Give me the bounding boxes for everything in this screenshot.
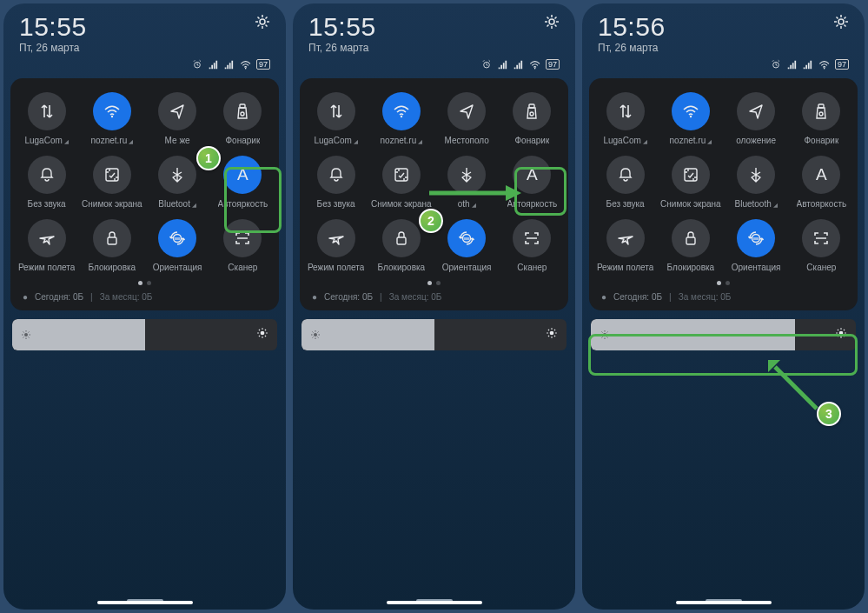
wifi-icon[interactable] [93,92,131,130]
lock-icon[interactable] [382,219,421,257]
tile-label: noznet.ru◢ [91,136,134,145]
tile-label: Снимок экрана [371,199,432,209]
bluetooth-icon[interactable] [158,156,196,194]
flashlight-icon[interactable] [802,92,840,130]
home-indicator[interactable] [387,601,482,604]
usage-today: Сегодня: 0Б [613,292,662,302]
pager-dot[interactable] [147,281,151,285]
data-usage-row[interactable]: ● Сегодня: 0Б | За месяц: 0Б [303,287,565,303]
qs-tile[interactable]: Снимок экрана [368,152,434,212]
lock-icon[interactable] [672,219,710,257]
flashlight-icon[interactable] [513,92,551,130]
data-icon[interactable] [317,92,355,130]
screenshot-icon[interactable] [672,156,710,194]
qs-tile[interactable]: Сканер [210,216,275,276]
home-indicator[interactable] [676,601,772,604]
tile-label: Снимок экрана [82,199,142,209]
data-icon[interactable] [606,92,645,130]
airplane-icon[interactable] [28,219,66,257]
home-indicator[interactable] [97,601,193,604]
signal-icon [497,59,507,70]
qs-tile[interactable]: AАвтояркость [210,152,275,212]
brightness-slider[interactable] [12,319,277,350]
mute-icon[interactable] [28,156,66,194]
scanner-icon[interactable] [513,219,551,257]
tile-label: Сканер [806,263,836,272]
qs-tile[interactable]: Ориентация [145,216,210,276]
qs-tile[interactable]: Ориентация [724,216,789,276]
settings-gear-icon[interactable] [833,14,849,33]
qs-tile[interactable]: AАвтояркость [500,152,565,212]
qs-tile[interactable]: oth◢ [434,152,500,212]
location-icon[interactable] [737,92,775,130]
data-icon[interactable] [28,92,66,130]
qs-tile[interactable]: LugaCom◢ [303,89,368,149]
qs-tile[interactable]: AАвтояркость [789,152,854,212]
qs-tile[interactable]: Режим полета [303,216,368,276]
qs-tile[interactable]: Сканер [500,216,565,276]
qs-tile[interactable]: Блокировка [79,216,144,276]
auto-brightness-icon[interactable]: A [223,156,262,194]
data-usage-row[interactable]: ● Сегодня: 0Б | За месяц: 0Б [14,287,275,303]
qs-tile[interactable]: Блокировка [368,216,434,276]
qs-tile[interactable]: Ме же [145,89,210,149]
wifi-icon[interactable] [672,92,710,130]
location-icon[interactable] [158,92,196,130]
settings-gear-icon[interactable] [255,14,270,33]
qs-tile[interactable]: Фонарик [789,89,854,149]
settings-gear-icon[interactable] [544,14,560,33]
qs-tile[interactable]: оложение [724,89,789,149]
location-icon[interactable] [447,92,486,130]
qs-tile[interactable]: Сканер [789,216,854,276]
airplane-icon[interactable] [606,219,645,257]
pager-dots [303,281,565,285]
qs-tile[interactable]: noznet.ru◢ [79,89,144,149]
qs-tile[interactable]: Блокировка [658,216,723,276]
quick-settings-panel: LugaCom◢noznet.ru◢Ме жеФонарикБез звукаС… [10,78,279,310]
tile-label: Блокировка [667,263,715,272]
brightness-slider[interactable] [591,319,856,350]
auto-brightness-icon[interactable]: A [513,156,551,194]
qs-tile[interactable]: noznet.ru◢ [368,89,434,149]
qs-tile[interactable]: Bluetoot◢ [145,152,210,212]
bluetooth-icon[interactable] [447,156,486,194]
qs-tile[interactable]: Снимок экрана [79,152,144,212]
wifi-icon[interactable] [382,92,421,130]
lock-icon[interactable] [93,219,131,257]
qs-tile[interactable]: Без звука [593,152,658,212]
qs-tile[interactable]: Ориентация [434,216,500,276]
qs-tile[interactable]: Местополо [434,89,500,149]
qs-tile[interactable]: Снимок экрана [658,152,723,212]
qs-tile[interactable]: Режим полета [593,216,658,276]
tile-label: Режим полета [597,263,653,272]
bluetooth-icon[interactable] [737,156,775,194]
pager-dot[interactable] [717,281,721,285]
mute-icon[interactable] [606,156,645,194]
mute-icon[interactable] [317,156,355,194]
qs-tile[interactable]: Режим полета [14,216,79,276]
flashlight-icon[interactable] [223,92,262,130]
qs-tile[interactable]: LugaCom◢ [14,89,79,149]
auto-brightness-icon[interactable]: A [802,156,840,194]
qs-tile[interactable]: Без звука [14,152,79,212]
qs-tile[interactable]: Фонарик [210,89,275,149]
brightness-slider[interactable] [301,319,567,350]
qs-tile[interactable]: Bluetooth◢ [724,152,789,212]
pager-dot[interactable] [138,281,142,285]
data-usage-row[interactable]: ● Сегодня: 0Б | За месяц: 0Б [593,287,854,303]
qs-tile[interactable]: Фонарик [500,89,565,149]
screenshot-icon[interactable] [93,156,131,194]
screenshot-icon[interactable] [382,156,421,194]
qs-tile[interactable]: Без звука [303,152,368,212]
qs-tile[interactable]: noznet.ru◢ [658,89,723,149]
rotation-lock-icon[interactable] [447,219,486,257]
rotation-lock-icon[interactable] [158,219,196,257]
scanner-icon[interactable] [223,219,262,257]
pager-dot[interactable] [427,281,432,285]
airplane-icon[interactable] [317,219,355,257]
scanner-icon[interactable] [802,219,840,257]
pager-dot[interactable] [726,281,730,285]
rotation-lock-icon[interactable] [737,219,775,257]
pager-dot[interactable] [436,281,441,285]
qs-tile[interactable]: LugaCom◢ [593,89,658,149]
